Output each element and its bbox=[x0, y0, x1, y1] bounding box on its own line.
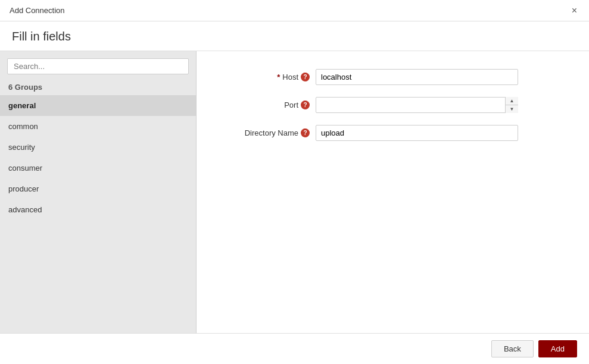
modal-footer: Back Add bbox=[0, 333, 589, 364]
groups-label: 6 Groups bbox=[0, 79, 196, 95]
sidebar: 6 Groups general common security consume… bbox=[0, 51, 197, 333]
required-star: * bbox=[277, 73, 280, 81]
search-box bbox=[7, 58, 189, 74]
modal-header: Add Connection × bbox=[0, 0, 589, 21]
modal-subtitle: Fill in fields bbox=[0, 21, 589, 51]
host-label: * Host ? bbox=[220, 73, 316, 81]
search-input[interactable] bbox=[7, 58, 189, 74]
host-input[interactable] bbox=[316, 69, 518, 85]
port-help-icon[interactable]: ? bbox=[301, 101, 310, 109]
directory-name-label: Directory Name ? bbox=[220, 128, 316, 137]
add-button[interactable]: Add bbox=[538, 340, 577, 357]
spinner-buttons: ▲ ▼ bbox=[505, 97, 518, 113]
host-field-group: * Host ? bbox=[220, 69, 565, 85]
form-content: * Host ? Port ? ▲ ▼ bbox=[197, 51, 589, 333]
port-label: Port ? bbox=[220, 101, 316, 109]
sidebar-item-advanced[interactable]: advanced bbox=[0, 199, 196, 220]
add-connection-modal: Add Connection × Fill in fields 6 Groups… bbox=[0, 0, 589, 364]
spinner-up-button[interactable]: ▲ bbox=[506, 97, 518, 105]
directory-help-icon[interactable]: ? bbox=[301, 128, 310, 137]
host-help-icon[interactable]: ? bbox=[301, 73, 310, 81]
modal-body: 6 Groups general common security consume… bbox=[0, 51, 589, 333]
sidebar-item-producer[interactable]: producer bbox=[0, 178, 196, 199]
close-button[interactable]: × bbox=[569, 5, 579, 17]
spinner-down-button[interactable]: ▼ bbox=[506, 105, 518, 113]
directory-name-input[interactable] bbox=[316, 125, 518, 141]
port-input[interactable] bbox=[316, 97, 518, 113]
modal-title: Add Connection bbox=[10, 6, 65, 15]
sidebar-item-common[interactable]: common bbox=[0, 116, 196, 137]
sidebar-item-security[interactable]: security bbox=[0, 137, 196, 158]
directory-name-field-group: Directory Name ? bbox=[220, 125, 565, 141]
port-input-wrapper: ▲ ▼ bbox=[316, 97, 518, 113]
sidebar-item-consumer[interactable]: consumer bbox=[0, 158, 196, 178]
port-field-group: Port ? ▲ ▼ bbox=[220, 97, 565, 113]
sidebar-item-general[interactable]: general bbox=[0, 95, 196, 116]
back-button[interactable]: Back bbox=[491, 340, 534, 357]
